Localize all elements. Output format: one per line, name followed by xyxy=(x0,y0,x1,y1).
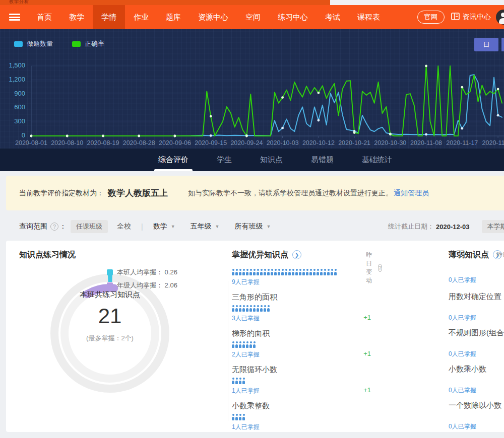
weak-header: 薄弱知识点 ❯ xyxy=(449,249,504,261)
nav-item-2[interactable]: 学情 xyxy=(93,5,125,29)
period-day-button[interactable]: 日 xyxy=(474,38,498,51)
news-icon xyxy=(451,13,460,22)
knowledge-point-title: 不规则图形(组合图形)的面积 xyxy=(449,328,504,337)
nav-item-1[interactable]: 教学 xyxy=(60,5,93,29)
person-icon xyxy=(249,269,252,275)
person-icon xyxy=(239,414,241,420)
nav-item-5[interactable]: 资源中心 xyxy=(190,5,237,29)
person-icon xyxy=(292,269,294,275)
person-icon xyxy=(246,341,248,348)
person-icon xyxy=(309,269,312,275)
nav-item-7[interactable]: 练习中心 xyxy=(269,5,317,29)
knowledge-points-card: 知识点练习情况 本班人均掌握： 0.26年级人均掌握： 2.06 本班共练习知识… xyxy=(6,241,504,432)
browser-newtab-area[interactable] xyxy=(330,0,504,5)
knowledge-point-item: 小数乘整数1人已掌握 xyxy=(232,401,383,430)
person-icon xyxy=(260,305,263,312)
semester-button[interactable]: 本学期 xyxy=(482,220,504,233)
person-icon xyxy=(232,378,234,384)
mastered-count-link[interactable]: 0人已掌握 xyxy=(449,314,504,321)
scope-whole-school-button[interactable]: 全校 xyxy=(117,222,131,231)
chevron-down-icon: ▼ xyxy=(215,224,220,229)
mastered-count-link[interactable]: 0人已掌握 xyxy=(449,350,504,357)
person-icon xyxy=(235,341,238,348)
knowledge-point-item: 小数乘小数0人已掌握 xyxy=(449,364,504,393)
nav-items: 首页教学学情作业题库资源中心空间练习中心考试课程表 xyxy=(28,5,389,29)
y-axis-label: 300 xyxy=(1,117,25,125)
mastered-count-link[interactable]: 3人已掌握 xyxy=(232,314,383,321)
person-icon xyxy=(267,269,270,275)
tab-4[interactable]: 基础统计 xyxy=(355,149,399,171)
mastered-count-link[interactable]: 0人已掌握 xyxy=(449,422,504,429)
filter-row: 查询范围 ? ： 任课班级 全校 | 数学 ▼ 五年级 ▼ 所有班级 ▼ 统计截… xyxy=(0,217,504,236)
tab-3[interactable]: 易错题 xyxy=(304,149,341,171)
legend-swatch xyxy=(72,41,81,47)
mastered-count-link[interactable]: 0人已掌握 xyxy=(449,276,504,283)
tab-2[interactable]: 知识点 xyxy=(253,149,290,171)
person-icon xyxy=(327,269,330,275)
more-chevron-icon[interactable]: ❯ xyxy=(292,250,301,259)
nav-item-9[interactable]: 课程表 xyxy=(349,5,389,29)
donut-center-value: 21 xyxy=(54,305,165,328)
daily-change-value: +1 xyxy=(363,314,371,321)
person-icon xyxy=(246,269,248,275)
person-icon xyxy=(274,269,277,275)
daily-change-value: +1 xyxy=(363,386,371,394)
tab-0[interactable]: 综合评价 xyxy=(151,149,196,171)
knowledge-point-item: 三角形的面积3人已掌握+1 xyxy=(232,293,383,321)
legend-label: 做题数量 xyxy=(27,39,53,48)
period-next-button-clipped[interactable] xyxy=(501,38,504,51)
nav-item-6[interactable]: 空间 xyxy=(237,5,269,29)
person-icon xyxy=(271,269,273,275)
knowledge-point-title: 小数乘小数 xyxy=(449,364,504,374)
person-icon xyxy=(249,305,252,312)
nav-item-8[interactable]: 考试 xyxy=(317,5,349,29)
nav-item-0[interactable]: 首页 xyxy=(28,5,60,29)
class-select[interactable]: 所有班级 ▼ xyxy=(234,222,271,231)
person-icon xyxy=(246,305,248,312)
person-icon xyxy=(278,269,280,275)
knowledge-point-title: 梯形的面积 xyxy=(232,329,383,338)
person-icon xyxy=(302,269,305,275)
scope-my-classes-button[interactable]: 任课班级 xyxy=(71,220,108,233)
chart-legend: 做题数量正确率 xyxy=(14,39,104,48)
excellent-header: 掌握优异知识点 ❯ xyxy=(232,249,383,261)
question-circle-icon[interactable]: ? xyxy=(50,223,58,231)
hamburger-menu-icon[interactable] xyxy=(9,14,20,21)
person-icon xyxy=(264,269,266,275)
person-icon xyxy=(285,269,287,275)
notify-admin-link[interactable]: 通知管理员 xyxy=(394,189,429,198)
person-icon xyxy=(324,269,326,275)
person-icon xyxy=(242,378,245,384)
grade-select[interactable]: 五年级 ▼ xyxy=(191,222,220,231)
nav-item-4[interactable]: 题库 xyxy=(157,5,190,29)
daily-change-value: +1 xyxy=(363,350,371,357)
knowledge-point-item: 0人已掌握 xyxy=(449,269,504,283)
tab-1[interactable]: 学生 xyxy=(210,149,239,171)
person-icon xyxy=(232,414,234,420)
subject-select[interactable]: 数学 ▼ xyxy=(153,222,175,231)
chart-legend-entry-0[interactable]: 做题数量 xyxy=(14,39,53,48)
grade-value: 五年级 xyxy=(191,222,212,231)
mastered-count-link[interactable]: 0人已掌握 xyxy=(449,386,504,393)
person-icon xyxy=(320,269,323,275)
chart-legend-entry-1[interactable]: 正确率 xyxy=(72,39,104,48)
line-chart xyxy=(29,63,504,138)
mastered-count-link[interactable]: 2人已掌握 xyxy=(232,350,383,357)
knowledge-point-item: 无限循环小数1人已掌握+1 xyxy=(232,365,383,394)
nav-item-3[interactable]: 作业 xyxy=(125,5,157,29)
tabs: 综合评价学生知识点易错题基础统计 xyxy=(144,149,406,171)
official-site-button[interactable]: 官网 xyxy=(417,11,445,24)
browser-tab-title: 教学分析 xyxy=(9,0,29,5)
mastered-count-link[interactable]: 1人已掌握 xyxy=(232,423,383,430)
mastered-count-link[interactable]: 9人已掌握 xyxy=(232,278,383,285)
news-center-button[interactable]: 资讯中心 xyxy=(451,13,491,22)
mastered-count-link[interactable]: 1人已掌握 xyxy=(232,387,383,394)
knowledge-point-title: 用数对确定位置 xyxy=(449,292,504,301)
notice-material: 数学人教版五上 xyxy=(108,187,168,199)
person-icon xyxy=(253,269,256,275)
notice-message: 如与实际教学不一致，请联系学校管理员通过教材设置进行更正。 xyxy=(188,189,393,198)
weak-list: 0人已掌握用数对确定位置0人已掌握不规则图形(组合图形)的面积0人已掌握小数乘小… xyxy=(449,269,504,429)
person-icon xyxy=(232,269,234,275)
trend-chart-panel: 做题数量正确率 日 03006009001,2001,5002020-08-01… xyxy=(0,29,504,149)
mastered-students-icons xyxy=(232,341,383,348)
